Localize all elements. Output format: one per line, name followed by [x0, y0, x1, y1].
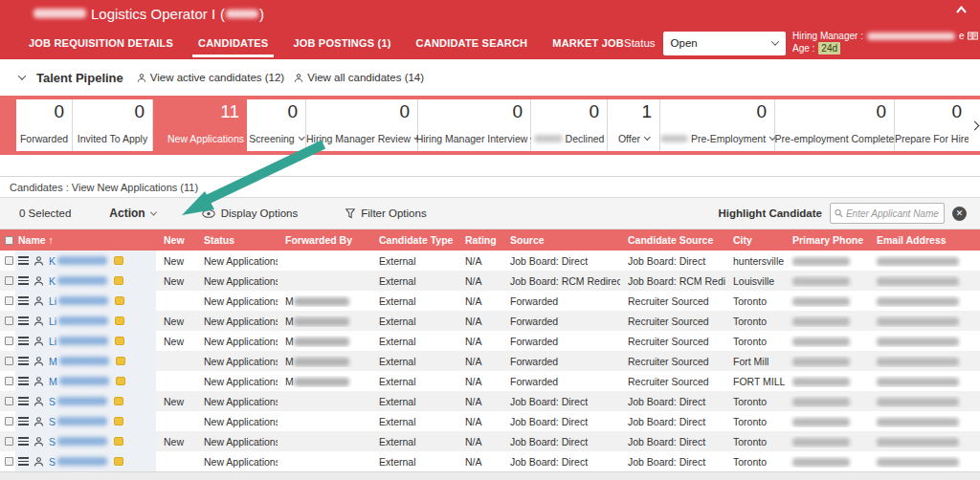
cell-rating: N/A: [457, 275, 502, 287]
action-menu-button[interactable]: Action: [109, 207, 155, 220]
candidate-name-link[interactable]: S: [49, 396, 109, 407]
chevron-down-icon[interactable]: [18, 72, 26, 79]
row-menu-icon[interactable]: [18, 377, 29, 385]
row-checkbox[interactable]: [0, 437, 15, 446]
pipeline-scroll-right[interactable]: [969, 99, 980, 151]
table-row: Li New Applications M External N/A Forwa…: [0, 291, 980, 311]
candidate-name-link[interactable]: M: [49, 356, 111, 367]
row-checkbox[interactable]: [0, 377, 15, 385]
row-checkbox[interactable]: [0, 417, 15, 425]
column-header-new[interactable]: New: [156, 234, 196, 246]
person-icon: [33, 376, 44, 387]
candidate-name-link[interactable]: M: [49, 376, 111, 387]
table-row: M New Applications M External N/A Forwar…: [0, 351, 980, 371]
pipeline-stage-screening[interactable]: 0 Screening: [247, 99, 306, 151]
column-header-candidate-type[interactable]: Candidate Type: [371, 234, 457, 246]
row-menu-icon[interactable]: [18, 357, 29, 365]
row-menu-icon[interactable]: [18, 397, 29, 405]
redacted-email: [877, 277, 959, 286]
column-header-name[interactable]: Name↑: [15, 234, 156, 246]
filter-options-button[interactable]: Filter Options: [345, 207, 426, 219]
row-menu-icon[interactable]: [18, 316, 29, 325]
column-header-primary-phone[interactable]: Primary Phone: [785, 234, 869, 246]
hiring-manager-name-suffix: e: [959, 30, 965, 42]
row-menu-icon[interactable]: [18, 296, 29, 305]
pipeline-stage-hiring-manager-review[interactable]: 0 Hiring Manager Review: [306, 99, 418, 151]
candidate-name-link[interactable]: S: [49, 436, 109, 447]
status-select[interactable]: Open: [663, 32, 786, 55]
pipeline-stage-hiring-manager-interview[interactable]: 0 Hiring Manager Interview: [418, 99, 531, 151]
cell-email: [869, 416, 980, 427]
questionnaire-badge-icon: [114, 417, 123, 425]
column-header-rating[interactable]: Rating: [457, 234, 502, 246]
redacted-email: [877, 438, 959, 447]
view-active-candidates-link[interactable]: View active candidates (12): [137, 72, 284, 83]
nav-tab-candidates[interactable]: CANDIDATES: [198, 27, 268, 59]
redacted-phone: [792, 378, 850, 386]
column-header-source[interactable]: Source: [502, 234, 620, 246]
cell-email: [869, 376, 980, 387]
candidate-name-link[interactable]: S: [49, 416, 109, 427]
redacted-email: [877, 358, 959, 366]
column-header-city[interactable]: City: [725, 234, 785, 246]
pipeline-stage-prepare-for-hire[interactable]: 0 Prepare For Hire: [895, 99, 970, 151]
pipeline-stage-new-applications[interactable]: 11 New Applications: [165, 99, 247, 151]
nav-tab-candidate-search[interactable]: CANDIDATE SEARCH: [416, 27, 528, 59]
row-checkbox[interactable]: [0, 276, 15, 285]
row-checkbox[interactable]: [0, 357, 15, 365]
cell-rating: N/A: [457, 356, 502, 367]
row-checkbox[interactable]: [0, 296, 15, 305]
clear-search-button[interactable]: ✕: [952, 207, 967, 221]
table-header-row: Name↑NewStatusForwarded ByCandidate Type…: [0, 229, 980, 251]
row-menu-icon[interactable]: [18, 276, 29, 285]
row-checkbox[interactable]: [0, 457, 15, 466]
display-options-button[interactable]: Display Options: [202, 207, 299, 219]
row-menu-icon[interactable]: [18, 417, 29, 425]
cell-city: huntersville: [725, 255, 785, 267]
column-header-forwarded-by[interactable]: Forwarded By: [278, 234, 371, 246]
pipeline-stage-forwarded[interactable]: 0 Forwarded: [16, 99, 73, 151]
chevron-right-icon: [969, 120, 979, 130]
pipeline-stage-pre-employment-complete[interactable]: 0 Pre-employment Complete: [775, 99, 895, 151]
row-menu-icon[interactable]: [18, 437, 29, 446]
stage-label: Screening: [249, 133, 294, 144]
applicant-name-input[interactable]: [846, 208, 940, 219]
select-all-checkbox[interactable]: [0, 236, 15, 245]
cell-forwarded-by: M: [278, 336, 371, 347]
candidate-name-link[interactable]: K: [49, 275, 109, 287]
nav-tab-job-postings-1-[interactable]: JOB POSTINGS (1): [293, 27, 390, 59]
row-menu-icon[interactable]: [18, 337, 29, 345]
row-checkbox[interactable]: [0, 256, 15, 265]
org-chart-icon[interactable]: [968, 32, 978, 40]
pipeline-band: 0 Forwarded 0 Invited To Apply 11 New Ap…: [0, 96, 980, 155]
row-checkbox[interactable]: [0, 397, 15, 405]
nav-tab-market-job[interactable]: MARKET JOB: [552, 27, 624, 59]
row-checkbox[interactable]: [0, 316, 15, 325]
pipeline-stage-invited-to-apply[interactable]: 0 Invited To Apply: [73, 99, 153, 151]
candidate-name-link[interactable]: K: [49, 255, 109, 267]
pipeline-stage-declined[interactable]: 0 Declined: [531, 99, 608, 151]
candidate-name-link[interactable]: Li: [49, 295, 110, 307]
pipeline-stage-pre-employment[interactable]: 0 Pre-Employment: [660, 99, 775, 151]
candidate-name-link[interactable]: Li: [49, 316, 110, 327]
column-header-candidate-source[interactable]: Candidate Source: [620, 234, 725, 246]
nav-tab-job-requisition-details[interactable]: JOB REQUISITION DETAILS: [29, 27, 173, 59]
column-header-email-address[interactable]: Email Address: [869, 234, 980, 246]
stage-count: 0: [399, 101, 410, 122]
candidate-name-link[interactable]: S: [49, 456, 109, 468]
row-checkbox[interactable]: [0, 337, 15, 345]
cell-status: New Applications: [196, 275, 278, 287]
chevron-up-icon[interactable]: [956, 6, 967, 13]
redacted-phone: [792, 317, 850, 326]
view-all-candidates-link[interactable]: View all candidates (14): [294, 72, 424, 83]
column-header-status[interactable]: Status: [196, 234, 278, 246]
row-menu-icon[interactable]: [18, 256, 29, 265]
row-menu-icon[interactable]: [18, 457, 29, 466]
cell-new: New: [156, 336, 196, 347]
candidate-name-link[interactable]: Li: [49, 336, 110, 347]
candidate-name-cell: K: [15, 251, 156, 271]
age-badge: 24d: [818, 42, 840, 55]
candidate-name-cell: S: [15, 391, 156, 411]
cell-candidate-source: Recruiter Sourced: [620, 295, 725, 307]
pipeline-stage-offer[interactable]: 1 Offer: [608, 99, 660, 151]
